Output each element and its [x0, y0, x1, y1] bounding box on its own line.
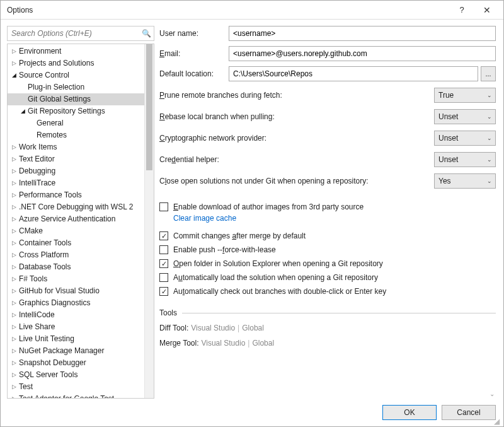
auto-checkout-checkbox[interactable] [159, 287, 168, 296]
ok-button[interactable]: OK [382, 405, 437, 420]
tree-item[interactable]: ▷Test [8, 381, 144, 393]
caret-closed-icon[interactable]: ▷ [10, 225, 18, 237]
help-button[interactable]: ? [449, 1, 474, 19]
tree-item-label: Test Adapter for Google Test [19, 393, 114, 398]
caret-closed-icon[interactable]: ▷ [10, 357, 18, 369]
tree-item-label: Snapshot Debugger [19, 357, 86, 369]
search-input[interactable] [10, 28, 142, 38]
tree-item[interactable]: General [8, 117, 144, 129]
caret-closed-icon[interactable]: ▷ [10, 285, 18, 297]
tree-item[interactable]: ▷Database Tools [8, 261, 144, 273]
caret-closed-icon[interactable]: ▷ [10, 393, 18, 398]
merge-tool-vs[interactable]: Visual Studio [201, 339, 245, 348]
search-box[interactable]: 🔍 [7, 26, 154, 41]
tree-item[interactable]: ▷Live Share [8, 321, 144, 333]
caret-closed-icon[interactable]: ▷ [10, 153, 18, 165]
force-lease-checkbox[interactable] [159, 245, 168, 254]
tree-item[interactable]: ▷Test Adapter for Google Test [8, 393, 144, 398]
tree-item[interactable]: Remotes [8, 129, 144, 141]
auto-load-label: Automatically load the solution when ope… [173, 273, 378, 282]
tree-item[interactable]: ▷IntelliCode [8, 309, 144, 321]
force-lease-label: Enable push --force-with-lease [173, 245, 276, 254]
tree-item[interactable]: ▷Work Items [8, 141, 144, 153]
browse-button[interactable]: ... [481, 66, 496, 81]
caret-closed-icon[interactable]: ▷ [10, 177, 18, 189]
tree-item[interactable]: ▷IntelliTrace [8, 177, 144, 189]
caret-closed-icon[interactable]: ▷ [10, 381, 18, 393]
tree-item[interactable]: Plug-in Selection [8, 81, 144, 93]
caret-open-icon[interactable]: ◢ [19, 105, 26, 117]
auto-load-checkbox[interactable] [159, 273, 168, 282]
tree-item[interactable]: ▷Debugging [8, 165, 144, 177]
tree-item-label: Live Share [19, 321, 55, 333]
tree-item[interactable]: ▷Snapshot Debugger [8, 357, 144, 369]
open-folder-label: Open folder in Solution Explorer when op… [173, 259, 383, 268]
tree-item[interactable]: ▷Environment [8, 45, 144, 57]
caret-closed-icon[interactable]: ▷ [10, 309, 18, 321]
chevron-down-icon: ⌄ [490, 390, 495, 397]
email-input[interactable] [229, 46, 496, 61]
tree-item[interactable]: ▷.NET Core Debugging with WSL 2 [8, 201, 144, 213]
commit-after-merge-checkbox[interactable] [159, 231, 168, 240]
clear-image-cache-link[interactable]: Clear image cache [173, 214, 496, 223]
caret-closed-icon[interactable]: ▷ [10, 321, 18, 333]
cancel-button[interactable]: Cancel [442, 405, 496, 420]
tree-item[interactable]: ▷Projects and Solutions [8, 57, 144, 69]
caret-closed-icon[interactable]: ▷ [10, 369, 18, 381]
caret-closed-icon[interactable]: ▷ [10, 213, 18, 225]
tree-item[interactable]: ▷Performance Tools [8, 189, 144, 201]
caret-closed-icon[interactable]: ▷ [10, 141, 18, 153]
tree-item[interactable]: ▷Text Editor [8, 153, 144, 165]
tree-scroll-thumb[interactable] [146, 44, 152, 170]
diff-tool-vs[interactable]: Visual Studio [191, 324, 235, 332]
titlebar: Options ? ✕ [1, 1, 503, 20]
tree-item[interactable]: ◢Git Repository Settings [8, 105, 144, 117]
caret-closed-icon[interactable]: ▷ [10, 249, 18, 261]
prune-combo[interactable]: True⌄ [434, 88, 496, 103]
open-folder-checkbox[interactable] [159, 259, 168, 268]
tree-item[interactable]: ▷Live Unit Testing [8, 333, 144, 345]
close-button[interactable]: ✕ [474, 1, 500, 19]
commit-after-merge-label: Commit changes after merge by default [173, 231, 306, 240]
credential-combo[interactable]: Unset⌄ [434, 152, 496, 167]
caret-closed-icon[interactable]: ▷ [10, 165, 18, 177]
options-dialog: Options ? ✕ 🔍 ▷Environment▷Projects and … [0, 0, 504, 427]
rebase-combo[interactable]: Unset⌄ [434, 109, 496, 124]
caret-closed-icon[interactable]: ▷ [10, 45, 18, 57]
caret-open-icon[interactable]: ◢ [10, 69, 18, 81]
diff-tool-global[interactable]: Global [242, 324, 264, 332]
username-input[interactable] [229, 26, 496, 41]
tree-item[interactable]: ▷GitHub for Visual Studio [8, 285, 144, 297]
enable-images-label: Enable download of author images from 3r… [173, 202, 364, 211]
crypto-combo[interactable]: Unset⌄ [434, 131, 496, 146]
dialog-footer: OK Cancel [1, 399, 503, 426]
tree-item[interactable]: ▷Cross Platform [8, 249, 144, 261]
caret-closed-icon[interactable]: ▷ [10, 201, 18, 213]
caret-closed-icon[interactable]: ▷ [10, 57, 18, 69]
caret-closed-icon[interactable]: ▷ [10, 297, 18, 309]
crypto-label: Cryptographic network provider: [159, 134, 266, 143]
options-tree[interactable]: ▷Environment▷Projects and Solutions◢Sour… [7, 44, 154, 399]
tree-item[interactable]: ▷Graphics Diagnostics [8, 297, 144, 309]
tree-item[interactable]: ◢Source Control [8, 69, 144, 81]
caret-closed-icon[interactable]: ▷ [10, 345, 18, 357]
close-solutions-combo[interactable]: Yes⌄ [434, 173, 496, 189]
tree-item[interactable]: ▷SQL Server Tools [8, 369, 144, 381]
default-location-input[interactable] [229, 66, 478, 81]
enable-images-checkbox[interactable] [159, 202, 168, 211]
tree-item[interactable]: ▷NuGet Package Manager [8, 345, 144, 357]
tree-item[interactable]: ▷CMake [8, 225, 144, 237]
caret-closed-icon[interactable]: ▷ [10, 333, 18, 345]
caret-closed-icon[interactable]: ▷ [10, 261, 18, 273]
tree-scrollbar[interactable] [144, 44, 154, 398]
caret-closed-icon[interactable]: ▷ [10, 237, 18, 249]
tree-item[interactable]: ▷Azure Service Authentication [8, 213, 144, 225]
caret-closed-icon[interactable]: ▷ [10, 189, 18, 201]
merge-tool-global[interactable]: Global [252, 339, 274, 348]
tree-item[interactable]: ▷Container Tools [8, 237, 144, 249]
tree-item-label: Azure Service Authentication [19, 213, 115, 225]
caret-closed-icon[interactable]: ▷ [10, 273, 18, 285]
tree-item[interactable]: Git Global Settings [8, 93, 144, 105]
tree-item[interactable]: ▷F# Tools [8, 273, 144, 285]
tree-item-label: General [37, 117, 64, 129]
